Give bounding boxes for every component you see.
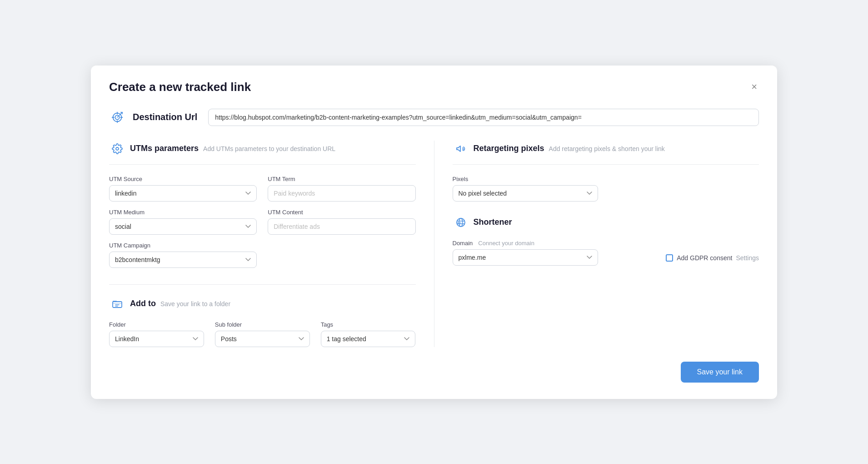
modal-header: Create a new tracked link ×: [109, 80, 759, 94]
utms-icon: [109, 141, 125, 157]
utms-section-desc: Add UTMs parameters to your destination …: [203, 145, 335, 152]
utms-section-label: UTMs parameters: [130, 144, 199, 153]
domain-label: Domain: [453, 240, 473, 247]
svg-point-8: [116, 147, 119, 150]
addto-desc: Save your link to a folder: [160, 300, 230, 308]
utm-medium-group: UTM Medium social: [109, 209, 257, 235]
domain-group: Domain Connect your domain pxlme.me: [453, 240, 652, 266]
utm-medium-select[interactable]: social: [109, 218, 257, 235]
folder-label: Folder: [109, 321, 204, 328]
svg-text:www: www: [457, 221, 462, 224]
utm-content-label: UTM Content: [268, 209, 415, 216]
destination-url-row: Destination Url: [109, 109, 759, 126]
addto-header: Add to Save your link to a folder: [109, 296, 416, 312]
target-icon: [110, 111, 124, 124]
connect-domain-link[interactable]: Connect your domain: [478, 240, 534, 247]
addto-section: Add to Save your link to a folder Folder…: [109, 284, 416, 347]
create-tracked-link-modal: Create a new tracked link × Destination …: [91, 66, 777, 399]
save-row: Save your link: [109, 362, 759, 383]
right-column: Retargeting pixels Add retargeting pixel…: [434, 141, 759, 347]
destination-icon: [109, 109, 125, 126]
folder-group: Folder LinkedIn: [109, 321, 204, 347]
pixels-section: Pixels No pixel selected: [453, 176, 759, 202]
utm-source-group: UTM Source linkedin: [109, 176, 257, 202]
utms-section-header: UTMs parameters Add UTMs parameters to y…: [109, 141, 416, 165]
utm-campaign-group: UTM Campaign b2bcontentmktg: [109, 242, 257, 268]
gdpr-checkbox[interactable]: [666, 254, 673, 262]
gdpr-label: Add GDPR consent: [677, 254, 732, 262]
utm-term-group: UTM Term: [268, 176, 415, 202]
addto-grid: Folder LinkedIn Sub folder Posts Tags: [109, 321, 416, 347]
subfolder-select[interactable]: Posts: [215, 331, 310, 347]
gear-icon: [112, 143, 123, 154]
retargeting-section-header: Retargeting pixels Add retargeting pixel…: [453, 141, 759, 165]
folder-select[interactable]: LinkedIn: [109, 331, 204, 347]
utm-campaign-label: UTM Campaign: [109, 242, 257, 249]
shortener-header: www Shortener: [453, 214, 759, 231]
addto-icon: [109, 296, 125, 312]
shortener-label: Shortener: [474, 217, 512, 227]
shortener-section: www Shortener Domain Connect your domain…: [453, 214, 759, 266]
gdpr-group: Add GDPR consent Settings: [666, 240, 759, 262]
gdpr-settings[interactable]: Settings: [736, 254, 759, 262]
destination-url-input[interactable]: [208, 109, 759, 126]
tags-group: Tags 1 tag selected: [321, 321, 416, 347]
pixels-label: Pixels: [453, 176, 759, 182]
utm-source-label: UTM Source: [109, 176, 257, 182]
destination-label: Destination Url: [133, 112, 197, 122]
utm-campaign-select[interactable]: b2bcontentmktg: [109, 252, 257, 268]
tags-label: Tags: [321, 321, 416, 328]
retargeting-label: Retargeting pixels: [474, 144, 544, 153]
utm-content-input[interactable]: [268, 218, 415, 235]
save-button[interactable]: Save your link: [681, 362, 759, 383]
utm-medium-label: UTM Medium: [109, 209, 257, 216]
retargeting-icon: [453, 141, 469, 157]
close-button[interactable]: ×: [749, 80, 759, 94]
modal-title: Create a new tracked link: [109, 80, 251, 94]
utm-term-label: UTM Term: [268, 176, 415, 182]
utm-grid: UTM Source linkedin UTM Term UTM Medium …: [109, 176, 416, 268]
main-columns: UTMs parameters Add UTMs parameters to y…: [109, 141, 759, 347]
pixels-select[interactable]: No pixel selected: [453, 185, 598, 202]
domain-select[interactable]: pxlme.me: [453, 249, 598, 266]
utms-column: UTMs parameters Add UTMs parameters to y…: [109, 141, 434, 347]
shortener-icon: www: [453, 214, 469, 231]
tags-select[interactable]: 1 tag selected: [321, 331, 416, 347]
folder-icon: [112, 298, 123, 309]
shortener-domain-row: Domain Connect your domain pxlme.me Add …: [453, 240, 759, 266]
pixels-group: Pixels No pixel selected: [453, 176, 759, 202]
subfolder-label: Sub folder: [215, 321, 310, 328]
utm-term-input[interactable]: [268, 185, 415, 202]
megaphone-icon: [455, 143, 466, 154]
subfolder-group: Sub folder Posts: [215, 321, 310, 347]
retargeting-desc: Add retargeting pixels & shorten your li…: [549, 145, 665, 152]
utm-source-select[interactable]: linkedin: [109, 185, 257, 202]
addto-label: Add to: [130, 299, 156, 308]
globe-icon: www: [455, 217, 466, 228]
utm-content-group: UTM Content: [268, 209, 415, 235]
